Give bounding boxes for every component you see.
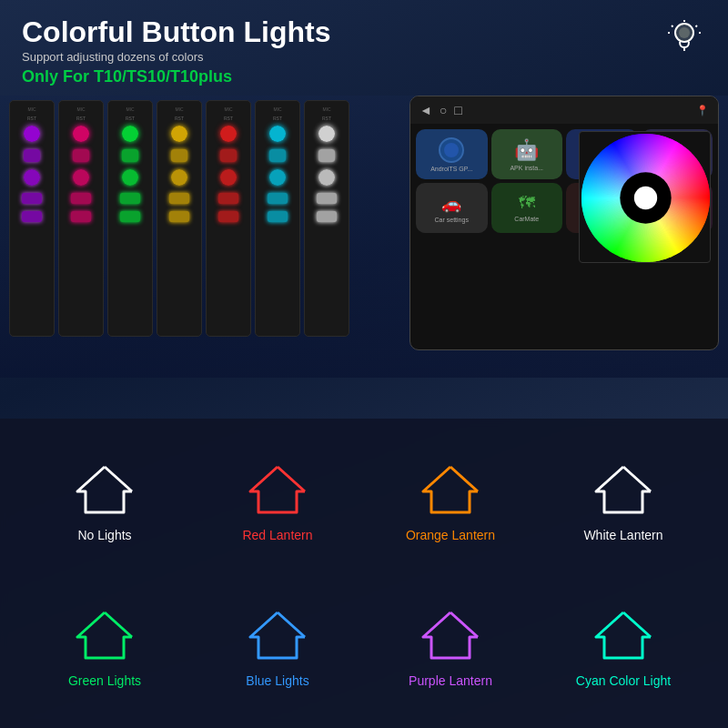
app-icon-apk[interactable]: 🤖 APK insta... bbox=[491, 129, 563, 179]
blue-lights-label: Blue Lights bbox=[246, 673, 308, 688]
panel-cyan: MIC RST bbox=[255, 100, 300, 337]
option-blue-lights[interactable]: Blue Lights bbox=[191, 573, 364, 719]
option-green-lights[interactable]: Green Lights bbox=[18, 573, 191, 719]
option-purple-lantern[interactable]: Purple Lantern bbox=[364, 573, 537, 719]
option-orange-lantern[interactable]: Orange Lantern bbox=[364, 428, 537, 573]
screen-top-bar: ◄ ○ □ 📍 bbox=[410, 96, 718, 124]
device-showcase: MIC RST MIC RST MIC RST bbox=[0, 96, 728, 378]
panel-yellow: MIC RST bbox=[157, 100, 202, 337]
option-white-lantern[interactable]: White Lantern bbox=[537, 428, 710, 573]
panel-green: MIC RST bbox=[107, 100, 153, 337]
svg-line-14 bbox=[278, 612, 305, 637]
svg-line-11 bbox=[450, 467, 478, 491]
svg-line-12 bbox=[623, 467, 651, 491]
house-no-lights-icon bbox=[73, 460, 136, 519]
purple-lantern-label: Purple Lantern bbox=[409, 673, 492, 688]
light-options-panel: No Lights Red Lantern Orange Lantern Whi… bbox=[0, 419, 728, 728]
house-red-icon bbox=[246, 460, 309, 519]
house-white-icon bbox=[592, 460, 655, 519]
color-wheel-overlay[interactable] bbox=[579, 131, 711, 263]
option-cyan-color-light[interactable]: Cyan Color Light bbox=[537, 573, 710, 719]
svg-line-4 bbox=[696, 25, 698, 27]
no-lights-label: No Lights bbox=[77, 528, 131, 542]
app-icon-carmate[interactable]: 🗺 CarMate bbox=[491, 183, 563, 233]
white-lantern-label: White Lantern bbox=[583, 528, 662, 542]
page-title: Colorful Button Lights bbox=[22, 16, 706, 48]
panel-pink: MIC RST bbox=[58, 100, 104, 337]
app-icon-androidts[interactable]: AndroiTS GP... bbox=[416, 129, 488, 179]
svg-line-10 bbox=[278, 467, 305, 491]
red-lantern-label: Red Lantern bbox=[242, 528, 312, 542]
option-red-lantern[interactable]: Red Lantern bbox=[191, 428, 364, 573]
panel-white: MIC RST bbox=[304, 100, 349, 337]
svg-line-15 bbox=[450, 612, 478, 637]
house-green-icon bbox=[73, 605, 136, 664]
header-subtitle: Support adjusting dozens of colors bbox=[22, 50, 706, 64]
house-purple-icon bbox=[419, 605, 482, 664]
house-blue-icon bbox=[246, 605, 309, 664]
svg-line-3 bbox=[672, 25, 673, 27]
cyan-color-light-label: Cyan Color Light bbox=[576, 673, 671, 688]
green-lights-label: Green Lights bbox=[68, 673, 141, 688]
house-cyan-icon bbox=[592, 605, 655, 664]
main-screen: ◄ ○ □ 📍 AndroiTS GP... 🤖 APK insta... ⚡ … bbox=[410, 96, 719, 350]
lightbulb-icon bbox=[662, 16, 706, 60]
svg-line-13 bbox=[105, 612, 132, 637]
panel-red: MIC RST bbox=[206, 100, 251, 337]
button-panels-stack: MIC RST MIC RST MIC RST bbox=[9, 100, 349, 346]
option-no-lights[interactable]: No Lights bbox=[18, 428, 191, 573]
svg-line-9 bbox=[105, 467, 132, 491]
svg-point-8 bbox=[679, 27, 690, 38]
model-label: Only For T10/TS10/T10plus bbox=[22, 67, 706, 86]
orange-lantern-label: Orange Lantern bbox=[406, 528, 495, 542]
house-orange-icon bbox=[419, 460, 482, 519]
header-section: Colorful Button Lights Support adjusting… bbox=[0, 0, 728, 96]
panel-purple: MIC RST bbox=[9, 100, 55, 337]
svg-line-16 bbox=[623, 612, 651, 637]
app-icon-car-settings[interactable]: 🚗 Car settings bbox=[416, 183, 488, 233]
